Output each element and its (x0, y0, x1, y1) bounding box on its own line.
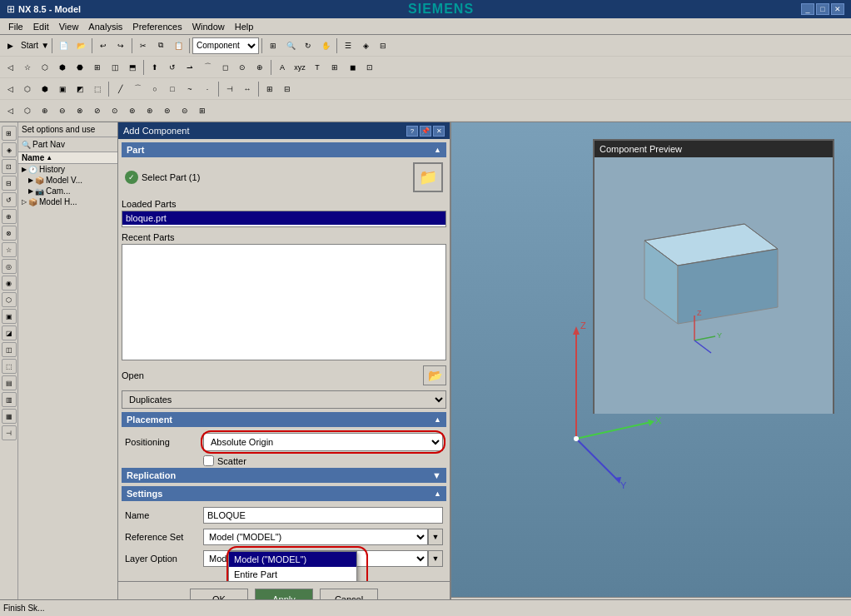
reference-set-select[interactable]: Model ("MODEL") (203, 529, 428, 545)
vi-17[interactable]: ▥ (2, 392, 17, 407)
tb4-10[interactable]: ⊜ (159, 102, 176, 119)
tb2-abc[interactable]: A (274, 59, 291, 76)
vi-7[interactable]: ⊗ (2, 226, 17, 241)
tb3-circle[interactable]: ○ (147, 81, 163, 97)
tb2-sweep[interactable]: ⇀ (182, 59, 198, 76)
minimize-btn[interactable]: _ (801, 3, 814, 15)
tb4-9[interactable]: ⊛ (142, 102, 158, 119)
tb3-more[interactable]: ⊟ (279, 81, 296, 97)
duplicates-select[interactable]: Duplicates (122, 390, 446, 409)
tb-pan[interactable]: ✋ (317, 37, 334, 54)
vi-6[interactable]: ⊕ (2, 209, 17, 224)
tb3-grid[interactable]: ⊞ (261, 81, 278, 97)
tb3-line[interactable]: ╱ (112, 81, 128, 97)
tb3-4[interactable]: ▣ (54, 81, 71, 97)
section-settings-header[interactable]: Settings ▲ (122, 486, 446, 501)
dialog-help-btn[interactable]: ? (406, 126, 418, 137)
tb4-3[interactable]: ⊕ (37, 102, 53, 119)
loaded-part-item-0[interactable]: bloque.prt (122, 211, 445, 225)
tb-fit[interactable]: ⊞ (265, 37, 281, 54)
vi-4[interactable]: ⊟ (2, 176, 17, 191)
tb-layer[interactable]: ☰ (340, 37, 356, 54)
tb-start[interactable]: ▶ (2, 37, 18, 54)
tb4-12[interactable]: ⊞ (194, 102, 211, 119)
maximize-btn[interactable]: □ (816, 3, 829, 15)
tb2-text[interactable]: T (309, 59, 326, 76)
tb2-1[interactable]: ◁ (2, 59, 18, 76)
vi-12[interactable]: ▣ (2, 309, 17, 324)
vi-16[interactable]: ▤ (2, 375, 17, 390)
vi-15[interactable]: ⬚ (2, 359, 17, 374)
vi-14[interactable]: ◫ (2, 342, 17, 357)
vi-5[interactable]: ↺ (2, 192, 17, 207)
vi-2[interactable]: ◈ (2, 142, 17, 157)
tb-rotate[interactable]: ↻ (300, 37, 316, 54)
close-btn[interactable]: ✕ (831, 3, 844, 15)
open-folder-btn[interactable]: 📂 (423, 365, 446, 385)
tree-item-model[interactable]: ▶ 📦 Model V... (18, 175, 117, 186)
tb2-3[interactable]: ⬡ (37, 59, 53, 76)
tb2-5[interactable]: ⬣ (72, 59, 88, 76)
tb2-extrude[interactable]: ⬆ (147, 59, 163, 76)
positioning-select[interactable]: Absolute Origin Select Origin WCS Origin… (203, 433, 443, 451)
tb-open[interactable]: 📂 (72, 37, 89, 54)
menu-edit[interactable]: Edit (28, 20, 54, 33)
part-file-btn[interactable]: 📁 (413, 162, 443, 192)
tb4-5[interactable]: ⊗ (72, 102, 88, 119)
tb3-rect[interactable]: □ (164, 81, 181, 97)
vi-9[interactable]: ◎ (2, 259, 17, 274)
scatter-checkbox[interactable] (203, 455, 214, 466)
menu-view[interactable]: View (54, 20, 84, 33)
tb3-arc[interactable]: ⌒ (129, 81, 146, 97)
tb2-7[interactable]: ◫ (107, 59, 123, 76)
vi-11[interactable]: ⬡ (2, 292, 17, 307)
tb2-more3[interactable]: ⊡ (361, 59, 378, 76)
tb3-pt[interactable]: · (199, 81, 216, 97)
tb-zoom[interactable]: 🔍 (282, 37, 299, 54)
tree-item-history[interactable]: ▶ 🕐 History (18, 164, 117, 175)
menu-help[interactable]: Help (230, 20, 259, 33)
vi-10[interactable]: ◉ (2, 276, 17, 291)
tb2-revolve[interactable]: ↺ (164, 59, 181, 76)
tb2-boss[interactable]: ⊕ (251, 59, 268, 76)
tb3-constrain[interactable]: ⊣ (221, 81, 238, 97)
tb-cut[interactable]: ✂ (135, 37, 152, 54)
component-select[interactable]: Component (192, 37, 259, 54)
tb-new[interactable]: 📄 (55, 37, 72, 54)
tb2-chamfer[interactable]: ◻ (216, 59, 233, 76)
tb3-1[interactable]: ◁ (2, 81, 18, 97)
tb4-1[interactable]: ◁ (2, 102, 18, 119)
vi-1[interactable]: ⊞ (2, 126, 17, 141)
tb-redo[interactable]: ↪ (112, 37, 129, 54)
section-replication-header[interactable]: Replication ▼ (122, 468, 446, 483)
tb2-more1[interactable]: ⊞ (326, 59, 343, 76)
tb4-6[interactable]: ⊘ (89, 102, 106, 119)
tb3-spline[interactable]: ~ (182, 81, 198, 97)
menu-analysis[interactable]: Analysis (83, 20, 127, 33)
section-placement-header[interactable]: Placement ▲ (122, 412, 446, 427)
tb2-4[interactable]: ⬢ (54, 59, 71, 76)
tb3-5[interactable]: ◩ (72, 81, 88, 97)
tb2-blend[interactable]: ⌒ (199, 59, 216, 76)
tb2-more2[interactable]: ◼ (344, 59, 361, 76)
tb-display[interactable]: ◈ (357, 37, 374, 54)
section-part-header[interactable]: Part ▲ (122, 142, 446, 157)
tree-item-cam[interactable]: ▶ 📷 Cam... (18, 186, 117, 196)
menu-preferences[interactable]: Preferences (127, 20, 187, 33)
menu-file[interactable]: File (3, 20, 28, 33)
vi-8[interactable]: ☆ (2, 242, 17, 257)
tree-item-modelh[interactable]: ▷ 📦 Model H... (18, 196, 117, 207)
dialog-pin-btn[interactable]: 📌 (420, 126, 431, 137)
layer-opt-model[interactable]: Model ("MODEL") (229, 552, 356, 567)
dialog-close-btn[interactable]: ✕ (433, 126, 445, 137)
tb-section[interactable]: ⊟ (375, 37, 391, 54)
tb-copy[interactable]: ⧉ (152, 37, 169, 54)
tb2-6[interactable]: ⊞ (89, 59, 106, 76)
tb2-xyz[interactable]: xyz (291, 59, 308, 76)
tb4-2[interactable]: ⬡ (19, 102, 36, 119)
layer-option-dropdown-btn[interactable]: ▼ (428, 550, 443, 567)
loaded-parts-list[interactable]: bloque.prt (122, 211, 446, 227)
viewport[interactable]: Z X Y Component Preview (451, 122, 851, 616)
tb4-11[interactable]: ⊝ (177, 102, 193, 119)
tb2-hole[interactable]: ⊙ (234, 59, 251, 76)
